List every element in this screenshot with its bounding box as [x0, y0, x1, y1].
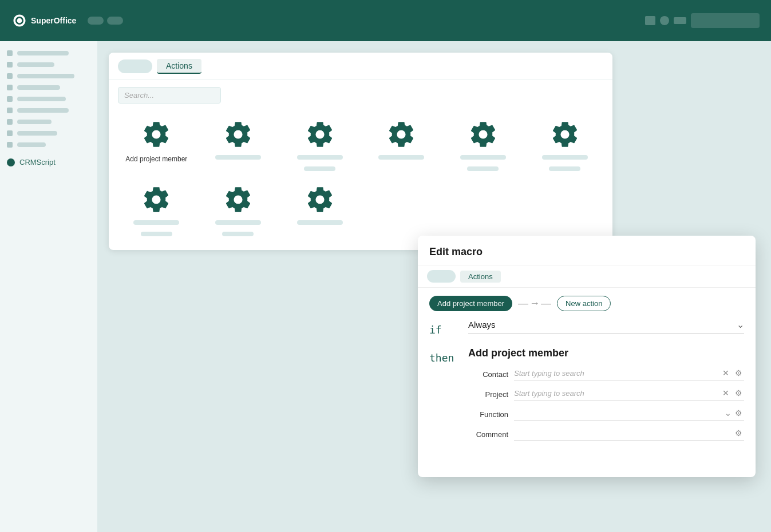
project-label: Project [468, 390, 508, 399]
if-select[interactable]: Always ⌄ [468, 319, 744, 334]
if-select-wrap: Always ⌄ [468, 319, 744, 334]
action-item-1[interactable]: Add project member [122, 120, 191, 171]
function-chevron-icon: ⌄ [725, 408, 732, 418]
sidebar-line-5 [17, 97, 66, 101]
action-grid-row1: Add project member [109, 110, 612, 185]
action-item-4[interactable] [367, 120, 436, 171]
then-label: then [429, 347, 457, 364]
card-tab-pill [118, 59, 152, 73]
action-label-bar-9 [297, 220, 343, 225]
sidebar-label-crmscript: CRMScript [19, 158, 56, 166]
then-row: then Add project member Contact Start ty… [429, 347, 744, 448]
flow-step2-badge[interactable]: New action [557, 296, 611, 311]
sidebar-item-9[interactable] [7, 142, 90, 148]
sidebar-item-7[interactable] [7, 119, 90, 125]
sidebar-line-3 [17, 74, 74, 78]
search-input[interactable]: Search... [118, 87, 221, 104]
top-bar-circle-icon[interactable] [660, 16, 669, 25]
tab-actions[interactable]: Actions [157, 59, 201, 74]
function-label: Function [468, 410, 508, 419]
sidebar-line-1 [17, 51, 69, 55]
chevron-down-icon: ⌄ [737, 319, 744, 330]
project-placeholder[interactable]: Start typing to search [514, 389, 719, 398]
action-item-5[interactable] [449, 120, 517, 171]
top-bar-pills [88, 17, 123, 25]
action-label-bar-3 [297, 155, 343, 160]
comment-input-wrap: ⚙ [514, 428, 744, 440]
gear-icon-9 [305, 185, 335, 215]
sidebar-item-5[interactable] [7, 96, 90, 102]
if-label: if [429, 319, 457, 336]
then-title: Add project member [468, 347, 744, 359]
edit-macro-panel: Edit macro Actions Add project member —→… [418, 236, 756, 477]
sidebar-dot-5 [7, 96, 13, 102]
action-label-bar-7 [133, 220, 179, 225]
action-label-bar-5b [467, 166, 499, 171]
gear-icon-5 [468, 120, 498, 149]
sidebar-dot-6 [7, 108, 13, 113]
action-label-bar-8b [222, 232, 254, 236]
action-label-bar-3b [304, 166, 335, 171]
action-label-bar-4 [378, 155, 424, 160]
sidebar-line-8 [17, 131, 57, 136]
sidebar-item-3[interactable] [7, 73, 90, 79]
sidebar-dot-3 [7, 73, 13, 79]
content-area: Actions Search... Add project member [97, 41, 771, 532]
gear-icon-1 [141, 120, 171, 149]
sidebar-line-6 [17, 108, 69, 113]
if-row: if Always ⌄ [429, 319, 744, 336]
sidebar-line-7 [17, 120, 52, 124]
project-clear-icon[interactable]: ✕ [722, 388, 732, 398]
form-area: if Always ⌄ then Add project member [418, 319, 756, 448]
top-bar-pill-2 [107, 17, 123, 25]
sidebar-dot-7 [7, 119, 13, 125]
contact-input-wrap: Start typing to search ✕ ⚙ [514, 368, 744, 380]
gear-icon-2 [223, 120, 253, 149]
top-bar-rect-icon[interactable] [674, 17, 686, 24]
main-card: Actions Search... Add project member [109, 53, 612, 250]
gear-icon-8 [223, 185, 253, 215]
contact-placeholder[interactable]: Start typing to search [514, 369, 719, 378]
sidebar-dot-4 [7, 85, 13, 90]
function-select-wrap[interactable]: ⌄ ⚙ [514, 408, 744, 420]
comment-gear-icon[interactable]: ⚙ [735, 428, 744, 438]
action-item-8[interactable] [204, 185, 272, 236]
function-gear-icon[interactable]: ⚙ [735, 408, 744, 418]
action-item-9[interactable] [286, 185, 354, 236]
sidebar-dot-green [7, 158, 15, 166]
form-row-comment: Comment ⚙ [468, 428, 744, 440]
top-bar-sq-icon[interactable] [645, 16, 655, 25]
contact-gear-icon[interactable]: ⚙ [735, 368, 744, 378]
comment-icons: ⚙ [735, 428, 744, 438]
flow-step1-badge[interactable]: Add project member [429, 296, 512, 311]
action-item-7[interactable] [122, 185, 191, 236]
project-gear-icon[interactable]: ⚙ [735, 388, 744, 398]
macro-tab-actions[interactable]: Actions [460, 271, 501, 283]
action-label-1: Add project member [125, 155, 187, 163]
project-input-wrap: Start typing to search ✕ ⚙ [514, 388, 744, 400]
gear-icon-3 [305, 120, 335, 149]
action-item-3[interactable] [286, 120, 354, 171]
gear-icon-4 [386, 120, 416, 149]
action-item-2[interactable] [204, 120, 272, 171]
form-row-contact: Contact Start typing to search ✕ ⚙ [468, 368, 744, 380]
contact-label: Contact [468, 370, 508, 379]
sidebar-item-6[interactable] [7, 108, 90, 113]
flow-row: Add project member —→— New action [418, 288, 756, 319]
sidebar-dot-2 [7, 62, 13, 68]
then-content: Add project member Contact Start typing … [468, 347, 744, 448]
macro-tab-pill [427, 270, 456, 283]
sidebar-item-1[interactable] [7, 50, 90, 56]
action-label-bar-7b [141, 232, 172, 236]
sidebar-item-2[interactable] [7, 62, 90, 68]
sidebar-item-4[interactable] [7, 85, 90, 90]
contact-clear-icon[interactable]: ✕ [722, 368, 732, 378]
sidebar-item-8[interactable] [7, 130, 90, 136]
if-select-value: Always [468, 320, 496, 329]
edit-macro-tabs: Actions [418, 265, 756, 288]
action-item-6[interactable] [531, 120, 599, 171]
top-bar: SuperOffice [0, 0, 771, 41]
top-bar-search[interactable] [691, 13, 760, 28]
sidebar-item-crmscript[interactable]: CRMScript [7, 158, 90, 166]
top-bar-right [645, 13, 760, 28]
